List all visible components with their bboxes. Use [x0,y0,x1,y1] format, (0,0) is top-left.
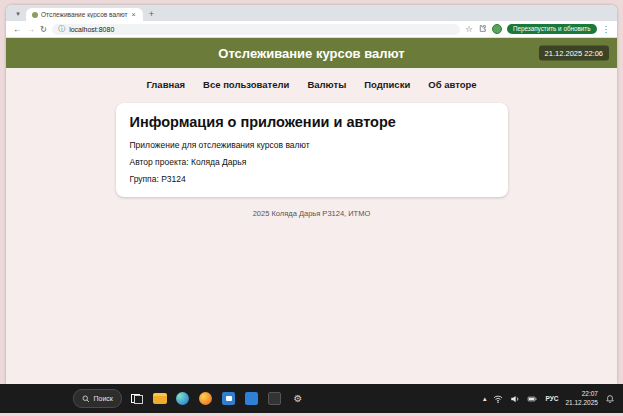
browser-toolbar: ← → ↻ ⓘ localhost:8080 ☆ Перезапустить и… [6,21,617,38]
nav-link-home[interactable]: Главная [146,79,185,90]
nav-link-about[interactable]: Об авторе [428,79,476,90]
new-tab-button[interactable]: + [149,10,154,19]
file-explorer-icon[interactable] [152,391,168,407]
card-line-description: Приложение для отслеживания курсов валют [130,140,494,150]
card-line-group: Группа: Р3124 [130,174,494,184]
datetime-badge: 21.12.2025 22:06 [539,46,609,61]
extensions-icon[interactable] [478,24,487,35]
card-title: Информация о приложении и авторе [130,114,494,130]
volume-icon[interactable] [510,394,520,404]
terminal-icon[interactable] [267,391,283,407]
start-button[interactable] [55,393,66,404]
browser-window: ▾ Отслеживание курсов валют × + ← → ↻ ⓘ … [6,5,617,384]
web-page: Отслеживание курсов валют 21.12.2025 22:… [6,38,617,384]
taskbar: Поиск ⚙ ▴ РУС 22:07 21. [0,384,623,413]
address-bar[interactable]: ⓘ localhost:8080 [52,24,460,35]
vscode-icon[interactable] [244,391,260,407]
site-header: Отслеживание курсов валют 21.12.2025 22:… [6,38,617,68]
battery-icon[interactable] [527,394,538,404]
system-tray: ▴ РУС 22:07 21.12.2025 [483,390,615,408]
search-icon [82,395,90,403]
tab-title: Отслеживание курсов валют [41,11,128,18]
notification-bell-icon[interactable] [605,394,615,404]
main-nav: Главная Все пользователи Валюты Подписки… [6,79,617,90]
firefox-browser-icon[interactable] [198,391,214,407]
language-indicator[interactable]: РУС [545,395,558,402]
bookmark-star-icon[interactable]: ☆ [465,25,473,34]
task-view-icon[interactable] [129,391,145,407]
back-button[interactable]: ← [13,25,22,34]
taskbar-center: Поиск ⚙ [55,389,306,408]
desktop: ▾ Отслеживание курсов валют × + ← → ↻ ⓘ … [0,0,623,416]
browser-tab[interactable]: Отслеживание курсов валют × [26,8,143,21]
reload-button[interactable]: ↻ [40,25,47,34]
card-line-author: Автор проекта: Коляда Дарья [130,157,494,167]
page-title: Отслеживание курсов валют [218,46,404,61]
taskbar-clock[interactable]: 22:07 21.12.2025 [565,390,598,408]
browser-menu-icon[interactable]: ⋮ [602,25,611,34]
search-label: Поиск [94,395,113,402]
nav-link-subscriptions[interactable]: Подписки [364,79,410,90]
tab-strip: ▾ Отслеживание курсов валют × + [6,5,617,21]
taskbar-search[interactable]: Поиск [73,389,122,408]
page-footer: 2025 Коляда Дарья Р3124, ИТМО [6,209,617,218]
nav-link-all-users[interactable]: Все пользователи [203,79,289,90]
info-card: Информация о приложении и авторе Приложе… [116,103,508,197]
tab-close-icon[interactable]: × [131,11,137,18]
store-icon[interactable] [221,391,237,407]
profile-avatar[interactable] [492,24,502,34]
forward-button[interactable]: → [27,25,36,34]
site-info-icon[interactable]: ⓘ [58,24,65,34]
nav-link-currencies[interactable]: Валюты [307,79,346,90]
clock-date: 21.12.2025 [565,399,598,408]
url-text: localhost:8080 [69,26,114,33]
tray-chevron-icon[interactable]: ▴ [483,395,487,402]
clock-time: 22:07 [565,390,598,399]
edge-browser-icon[interactable] [175,391,191,407]
tab-search-icon[interactable]: ▾ [12,8,24,20]
settings-gear-icon[interactable]: ⚙ [290,391,306,407]
relaunch-update-button[interactable]: Перезапустить и обновить [507,24,597,35]
wifi-icon[interactable] [493,394,503,404]
tab-favicon-icon [32,12,38,18]
